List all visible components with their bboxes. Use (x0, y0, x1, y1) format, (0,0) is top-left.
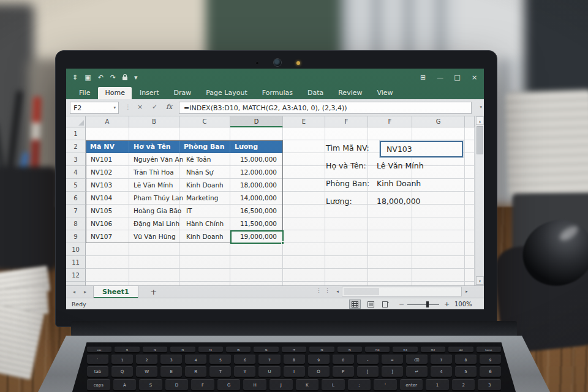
cell-C7[interactable]: IT (179, 205, 230, 217)
column-header-F-2[interactable]: F (368, 116, 412, 127)
row-header-11[interactable]: 11 (66, 256, 86, 269)
name-box-arrow-icon[interactable]: ▾ (113, 105, 116, 110)
scroll-down-icon[interactable]: ▾ (476, 276, 484, 285)
redo-icon[interactable]: ↷ (110, 74, 116, 81)
undo-icon[interactable]: ↶ (98, 74, 104, 81)
cell-A2[interactable]: Mã NV (86, 140, 129, 153)
cell-E12[interactable] (283, 269, 325, 282)
cell-D4[interactable]: 12,000,000 (230, 166, 283, 179)
column-header-A[interactable]: A (86, 116, 129, 127)
cell-D10[interactable] (230, 243, 283, 256)
cell-D1[interactable] (230, 127, 283, 140)
name-box[interactable]: F2 ▾ (70, 102, 119, 114)
cell-F1[interactable] (325, 127, 368, 140)
cell-D11[interactable] (230, 256, 283, 269)
cell-X8[interactable] (465, 217, 475, 230)
cell-E10[interactable] (283, 243, 325, 256)
cell-A1[interactable] (86, 127, 129, 140)
minimize-icon[interactable]: — (435, 74, 445, 81)
row-header-8[interactable]: 8 (66, 217, 86, 230)
horizontal-scroll-thumb[interactable] (344, 288, 379, 295)
row-header-2[interactable]: 2 (66, 140, 86, 153)
cell-A10[interactable] (86, 243, 129, 256)
cell-B9[interactable]: Vũ Văn Hũng (129, 230, 179, 243)
cell-X4[interactable] (465, 166, 475, 179)
tab-view[interactable]: View (370, 87, 399, 99)
formula-input[interactable]: =INDEX(B3:D10, MATCH(G2, A3:A10, 0), (2,… (179, 102, 472, 114)
zoom-slider-thumb[interactable] (426, 301, 429, 307)
cell-G9[interactable] (412, 230, 465, 243)
cell-C6[interactable]: Marketing (179, 192, 230, 205)
cell-B1[interactable] (129, 127, 179, 140)
cell-E2[interactable] (283, 140, 325, 153)
column-header-F[interactable]: F (325, 116, 368, 127)
cell-C3[interactable]: Kê Toản (179, 153, 230, 166)
page-layout-view-icon[interactable] (365, 300, 377, 309)
cell-A7[interactable]: NV105 (86, 205, 129, 217)
cell-X12[interactable] (465, 269, 475, 282)
cell-C9[interactable]: Kinh Doanh (179, 230, 230, 243)
save-icon[interactable]: ▣ (85, 74, 91, 81)
cell-A11[interactable] (86, 256, 129, 269)
cell-F7[interactable] (325, 205, 368, 217)
cell-C5[interactable]: Kinh Doanh (179, 179, 230, 192)
insert-function-icon[interactable]: fx (166, 103, 172, 111)
column-header-C[interactable]: C (179, 116, 230, 127)
cell-B2[interactable]: Hơ và Tên (129, 140, 179, 153)
cell-A8[interactable]: NV106 (86, 217, 129, 230)
cell-X2[interactable] (465, 140, 475, 153)
enter-icon[interactable]: ✓ (152, 103, 157, 111)
cell-D9[interactable]: 19,000,000 (230, 230, 283, 243)
cell-E11[interactable] (283, 256, 325, 269)
cell-E3[interactable] (283, 153, 325, 166)
row-header-10[interactable]: 10 (66, 243, 86, 256)
cell-X3[interactable] (465, 153, 475, 166)
cell-X1[interactable] (465, 127, 475, 140)
cell-A5[interactable]: NV103 (86, 179, 129, 192)
row-header-5[interactable]: 5 (66, 179, 86, 192)
column-header-E[interactable]: E (283, 116, 325, 127)
cell-E1[interactable] (283, 127, 325, 140)
cell-D5[interactable]: 18,000,000 (230, 179, 283, 192)
cancel-icon[interactable]: × (137, 103, 143, 111)
sheet-nav-prev-icon[interactable]: ◂ (71, 289, 77, 295)
cell-F11[interactable] (325, 256, 368, 269)
cell-B11[interactable] (129, 256, 179, 269)
tab-review[interactable]: Review (331, 87, 369, 99)
cell-F9[interactable] (325, 230, 368, 243)
scroll-right-icon[interactable]: ▸ (463, 287, 470, 296)
cell-X10[interactable] (465, 243, 475, 256)
cell-F9[interactable] (368, 230, 412, 243)
page-break-view-icon[interactable] (380, 300, 391, 309)
cell-B3[interactable]: Nguyên Văn An (129, 153, 179, 166)
cell-G1[interactable] (412, 127, 465, 140)
cell-G11[interactable] (412, 256, 465, 269)
cell-X6[interactable] (465, 192, 475, 205)
column-header-B[interactable]: B (129, 116, 179, 127)
cell-B4[interactable]: Trăn Thì Hoa (129, 166, 179, 179)
cell-D3[interactable]: 15,000,000 (230, 153, 283, 166)
tab-page-layout[interactable]: Page Layout (199, 87, 254, 99)
scroll-up-icon[interactable]: ▴ (476, 116, 484, 125)
cell-D2[interactable]: Lương (230, 140, 283, 153)
zoom-out-icon[interactable]: − (399, 300, 404, 308)
zoom-slider[interactable] (407, 304, 439, 305)
cell-F8[interactable] (325, 217, 368, 230)
customize-toolbar-icon[interactable]: ▾ (134, 74, 138, 81)
ribbon-display-options-icon[interactable]: ⊞ (418, 74, 428, 81)
cell-F10[interactable] (325, 243, 368, 256)
cell-C10[interactable] (179, 243, 230, 256)
cell-E4[interactable] (283, 166, 325, 179)
tab-formulas[interactable]: Formulas (255, 87, 300, 99)
close-icon[interactable]: × (470, 74, 479, 81)
row-header-1[interactable]: 1 (66, 127, 86, 140)
row-header-9[interactable]: 9 (66, 230, 86, 243)
cell-C11[interactable] (179, 256, 230, 269)
cell-F10[interactable] (368, 243, 412, 256)
cell-X11[interactable] (465, 256, 475, 269)
cell-B6[interactable]: Pham Thúy Lan (129, 192, 179, 205)
add-sheet-button[interactable]: + (148, 287, 159, 296)
vertical-scroll-thumb[interactable] (477, 126, 483, 154)
column-header-D[interactable]: D (230, 116, 283, 127)
cell-B7[interactable]: Hoàng Gia Bão (129, 205, 179, 217)
